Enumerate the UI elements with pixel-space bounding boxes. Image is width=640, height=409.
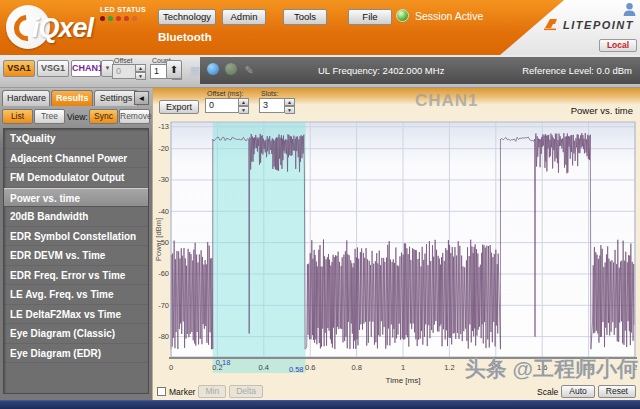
scale-controls: Scale Auto Reset [537,385,636,398]
list-item-le-deltaf2max-vs-time[interactable]: LE DeltaF2Max vs Time [4,305,148,325]
delta-button[interactable]: Delta [229,385,263,398]
marker-start-label: 0.18 [216,358,231,367]
led-status-label: LED STATUS [100,6,160,13]
min-button[interactable]: Min [198,385,226,398]
led-dot-icon [108,16,113,21]
capture-up-arrow-button[interactable]: ⬆ [166,60,182,79]
grid-table-icon[interactable]: ▦ [188,63,202,78]
led-dot-icon [124,16,129,21]
list-item-power-vs-time[interactable]: Power vs. time [4,188,148,208]
remove-button[interactable]: Remove [119,109,150,124]
channel-select[interactable]: CHAN1 [71,60,101,77]
vsg1-button[interactable]: VSG1 [37,60,69,77]
slots-spinner-arrows[interactable]: ▲▼ [285,98,295,113]
channel-watermark: CHAN1 [415,91,479,111]
tree-view-button[interactable]: Tree [34,109,65,124]
list-item-edr-symbol-constellation[interactable]: EDR Symbol Constellation [4,227,148,247]
list-item-fm-demodulator-output[interactable]: FM Demodulator Output [4,168,148,188]
checkmark-icon [224,63,238,78]
list-item-edr-devm-vs-time[interactable]: EDR DEVM vs. Time [4,246,148,266]
list-view-button[interactable]: List [2,109,33,124]
down-arrow-icon[interactable]: ▼ [136,72,146,80]
up-arrow-icon[interactable]: ▲ [285,98,295,106]
slots-value[interactable]: 3 [259,98,285,113]
y-tick-label: -13 [158,122,169,131]
view-label: View: [67,112,88,122]
edit-pencil-icon: ✎ [242,63,256,78]
status-footer-bar [0,400,640,409]
down-arrow-icon[interactable]: ▼ [239,106,249,114]
logo-text: iQxel [32,13,93,44]
y-tick-label: -30 [158,175,169,184]
x-tick-label: 0.6 [305,363,315,372]
slots-spinner[interactable]: 3 ▲▼ [259,98,295,113]
led-dot-icon [132,16,137,21]
export-button[interactable]: Export [159,100,199,114]
marker-label: Marker [169,387,195,397]
offset-value[interactable]: 0 [112,64,136,79]
led-dot-icon [116,16,121,21]
offset-ms-spinner-arrows[interactable]: ▲▼ [239,98,249,113]
list-item-edr-freq-error-vs-time[interactable]: EDR Freq. Error vs Time [4,266,148,286]
x-axis-title: Time [ms] [386,376,421,385]
list-item-eye-diagram-edr[interactable]: Eye Diagram (EDR) [4,344,148,364]
down-arrow-icon[interactable]: ▼ [285,106,295,114]
offset-spinner[interactable]: 0 ▲▼ [112,64,146,79]
offset-spinner-arrows[interactable]: ▲▼ [136,64,146,79]
auto-scale-button[interactable]: Auto [561,385,595,398]
x-tick-label: 1.2 [444,363,454,372]
power-vs-time-chart: -13-20-30-40-50-60-70-8000.20.40.60.811.… [155,119,639,385]
litepoint-logo: LITEPOINT [543,18,634,31]
led-dots [100,16,160,21]
refresh-icon[interactable] [206,63,220,78]
tools-menu-button[interactable]: Tools [283,9,327,25]
marker-controls: Marker Min Delta [157,385,263,398]
tab-settings[interactable]: Settings [94,90,138,106]
led-dot-icon [100,16,105,21]
reference-level-text: Reference Level: 0.0 dBm [522,65,632,76]
x-tick-label: 0.8 [351,363,361,372]
results-sidebar: Hardware Results Settings ◄ List Tree Vi… [0,88,152,400]
list-item-eye-diagram-classic[interactable]: Eye Diagram (Classic) [4,324,148,344]
brand-area: LITEPOINT Local [500,0,640,55]
offset-label: Offset [114,57,133,64]
admin-menu-button[interactable]: Admin [222,9,266,25]
y-axis-title: Power [dBm] [155,218,163,261]
frequency-info-bar: UL Frequency: 2402.000 MHz Reference Lev… [200,57,640,84]
up-arrow-icon[interactable]: ▲ [239,98,249,106]
local-button[interactable]: Local [599,39,637,52]
y-tick-label: -40 [158,207,169,216]
session-active-icon [396,9,409,22]
list-item-le-avg-freq-vs-time[interactable]: LE Avg. Freq. vs Time [4,285,148,305]
vsa1-button[interactable]: VSA1 [3,60,35,77]
toutiao-watermark: 头条 @工程师小何 [465,355,638,383]
chart-panel: Export Offset (ms): 0 ▲▼ Slots: 3 ▲▼ CHA… [152,88,640,400]
litepoint-logo-icon [543,18,559,31]
y-tick-label: -80 [158,332,169,341]
reset-scale-button[interactable]: Reset [598,385,636,398]
dock-pin-button[interactable]: ◄ [134,91,149,105]
user-icon[interactable] [623,2,636,17]
offset-ms-value[interactable]: 0 [205,98,239,113]
up-arrow-icon[interactable]: ▲ [136,64,146,72]
tab-results[interactable]: Results [51,90,93,106]
list-item-txquality[interactable]: TxQuality [4,129,148,149]
file-menu-button[interactable]: File [348,9,392,25]
marker-checkbox[interactable] [157,387,166,396]
list-item-adjacent-channel-power[interactable]: Adjacent Channel Power [4,149,148,169]
y-tick-label: -60 [158,269,169,278]
x-tick-label: 0.4 [259,363,269,372]
bluetooth-tab[interactable]: Bluetooth [158,31,212,43]
offset-ms-spinner[interactable]: 0 ▲▼ [205,98,249,113]
led-status: LED STATUS [100,6,160,21]
list-item-20db-bandwidth[interactable]: 20dB Bandwidth [4,207,148,227]
tab-hardware[interactable]: Hardware [2,90,50,106]
chart-title: Power vs. time [571,105,633,116]
app-header: iQxel LED STATUS Technology Admin Tools … [0,0,640,55]
sync-button[interactable]: Sync [89,109,118,124]
technology-menu-button[interactable]: Technology [158,9,216,25]
instrument-toolbar: VSA1 VSG1 CHAN1 ▼ Offset 0 ▲▼ Count 1 ▲▼… [0,55,640,88]
slots-label: Slots: [261,90,279,97]
iqxel-app: { "header": { "logo_text": "iQxel", "led… [0,0,640,409]
session-status: Session Active [396,9,483,22]
